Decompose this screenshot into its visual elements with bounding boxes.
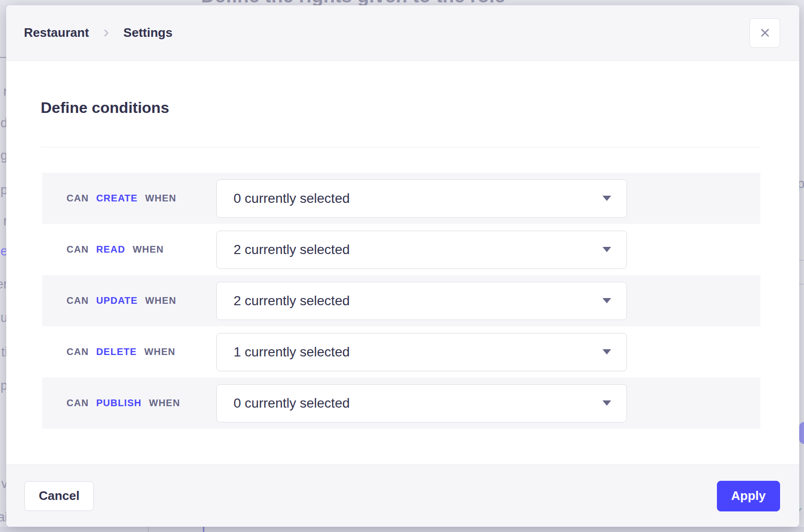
select-value: 0 currently selected xyxy=(234,191,350,206)
select-value: 0 currently selected xyxy=(234,396,350,411)
background-button-fragment xyxy=(799,422,804,444)
background-link-fragment: e xyxy=(0,244,6,259)
background-text-fragment: ti xyxy=(1,345,7,360)
condition-select-publish[interactable]: 0 currently selected xyxy=(216,384,627,422)
background-divider-fragment xyxy=(799,284,804,285)
breadcrumb-item-restaurant: Restaurant xyxy=(24,25,89,40)
background-checkmark-fragment: ✓ xyxy=(799,504,804,519)
define-conditions-modal: Restaurant Settings Define conditions xyxy=(6,5,799,527)
background-text-fragment: d xyxy=(0,116,6,131)
permission-row-read: CAN READ WHEN 2 currently selected xyxy=(42,224,760,275)
background-text-fragment: v xyxy=(1,477,7,491)
label-prefix: CAN xyxy=(67,193,89,203)
chevron-down-icon xyxy=(603,349,611,355)
modal-overlay-backdrop: Define the rights given to the role — r … xyxy=(0,0,804,532)
background-divider-fragment xyxy=(799,260,804,261)
label-suffix: WHEN xyxy=(133,244,164,255)
background-page-right-strip: p ✓ xyxy=(799,5,804,527)
background-text-fragment: p xyxy=(0,378,6,393)
background-text-fragment: p xyxy=(799,177,804,191)
label-action: UPDATE xyxy=(96,295,138,306)
background-table-border-fragment xyxy=(203,527,204,532)
condition-select-read[interactable]: 2 currently selected xyxy=(216,231,627,269)
can-delete-when-label: CAN DELETE WHEN xyxy=(42,346,216,357)
close-button[interactable] xyxy=(749,18,780,48)
apply-button[interactable]: Apply xyxy=(717,481,780,511)
chevron-down-icon xyxy=(603,400,611,406)
select-value: 2 currently selected xyxy=(234,242,350,257)
permission-row-publish: CAN PUBLISH WHEN 0 currently selected xyxy=(42,377,760,429)
background-page-heading-fragment: Define the rights given to the role xyxy=(201,0,505,5)
modal-title: Define conditions xyxy=(6,98,799,117)
condition-select-delete[interactable]: 1 currently selected xyxy=(216,333,627,371)
background-text-fragment: p xyxy=(0,183,6,198)
label-suffix: WHEN xyxy=(145,193,176,203)
chevron-down-icon xyxy=(603,196,611,201)
label-suffix: WHEN xyxy=(149,398,180,408)
breadcrumb-item-settings: Settings xyxy=(123,25,173,40)
label-suffix: WHEN xyxy=(145,295,176,306)
background-text-fragment: er xyxy=(0,277,6,292)
background-page-left-strip: — r d g p r e er u ti p v ai xyxy=(0,5,6,527)
condition-select-update[interactable]: 2 currently selected xyxy=(216,282,627,320)
conditions-rows: CAN CREATE WHEN 0 currently selected CAN… xyxy=(42,173,760,429)
label-action: DELETE xyxy=(96,346,137,357)
cancel-button[interactable]: Cancel xyxy=(24,481,94,511)
condition-select-create[interactable]: 0 currently selected xyxy=(216,179,627,218)
background-text-fragment: — xyxy=(0,49,6,64)
label-action: PUBLISH xyxy=(96,398,142,408)
label-prefix: CAN xyxy=(67,346,89,357)
permission-row-delete: CAN DELETE WHEN 1 currently selected xyxy=(42,326,760,377)
chevron-down-icon xyxy=(603,247,611,252)
breadcrumb: Restaurant Settings xyxy=(24,25,172,40)
background-text-fragment: g xyxy=(0,148,6,163)
label-action: READ xyxy=(96,244,125,255)
background-table-border-fragment xyxy=(148,527,149,532)
close-icon xyxy=(759,26,771,39)
title-divider xyxy=(41,147,760,147)
label-prefix: CAN xyxy=(67,244,89,255)
background-page-top-strip: Define the rights given to the role xyxy=(0,0,804,5)
can-update-when-label: CAN UPDATE WHEN xyxy=(42,295,216,306)
select-value: 2 currently selected xyxy=(234,293,350,309)
can-read-when-label: CAN READ WHEN xyxy=(42,244,216,255)
background-text-fragment: u xyxy=(0,310,6,325)
modal-body: Define conditions CAN CREATE WHEN 0 curr… xyxy=(6,61,799,465)
background-text-fragment: ai xyxy=(0,510,6,525)
chevron-right-icon xyxy=(100,27,112,39)
modal-footer: Cancel Apply xyxy=(6,465,799,527)
can-publish-when-label: CAN PUBLISH WHEN xyxy=(42,398,216,409)
chevron-down-icon xyxy=(603,298,611,303)
select-value: 1 currently selected xyxy=(234,344,350,360)
label-suffix: WHEN xyxy=(144,346,175,357)
label-prefix: CAN xyxy=(67,398,89,408)
can-create-when-label: CAN CREATE WHEN xyxy=(42,193,216,204)
label-prefix: CAN xyxy=(67,295,89,306)
modal-header: Restaurant Settings xyxy=(6,5,799,61)
permission-row-update: CAN UPDATE WHEN 2 currently selected xyxy=(42,275,760,326)
background-page-bottom-strip xyxy=(0,527,804,532)
permission-row-create: CAN CREATE WHEN 0 currently selected xyxy=(42,173,760,224)
label-action: CREATE xyxy=(96,193,138,203)
